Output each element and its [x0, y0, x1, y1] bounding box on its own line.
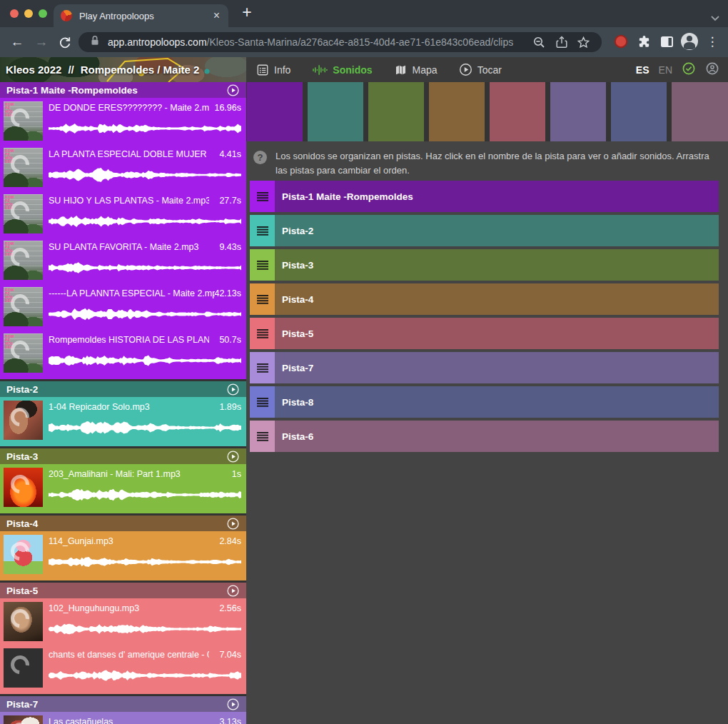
tab-close-icon[interactable]: × [212, 10, 221, 21]
track-play-icon[interactable] [226, 84, 240, 97]
question-icon: ? [253, 151, 267, 164]
track-row-label[interactable]: Pista-6 [275, 421, 719, 452]
track-header[interactable]: Pista-7 [0, 696, 246, 712]
clip[interactable]: 114_Gunjai.mp3 2.84s [0, 531, 246, 578]
app-header: Kleos 2022 // Rompemoldes / Maite 2 Info [0, 57, 728, 82]
clip-waveform[interactable] [49, 550, 241, 573]
track-row-label[interactable]: Pista-2 [275, 215, 719, 246]
clip[interactable]: ROM PE MOL DES Rompemoldes HISTORIA DE L… [0, 330, 246, 376]
track-row-pista-8[interactable]: Pista-8 [250, 386, 719, 418]
close-window-button[interactable] [10, 9, 19, 18]
session-check-icon[interactable] [682, 61, 696, 79]
track-play-icon[interactable] [226, 517, 240, 531]
track-row-pista-2[interactable]: Pista-2 [250, 215, 719, 246]
track-header[interactable]: Pista-4 [0, 516, 246, 531]
extensions-puzzle-icon[interactable] [632, 35, 655, 49]
clip-waveform[interactable] [49, 664, 241, 687]
share-icon[interactable] [550, 35, 572, 49]
account-person-icon[interactable] [705, 61, 719, 79]
track-row-label[interactable]: Pista-8 [275, 386, 719, 418]
drag-handle[interactable] [250, 421, 275, 452]
tab-search-chevron-icon[interactable] [711, 11, 719, 24]
clip-waveform[interactable] [49, 483, 241, 506]
track-row-pista-1[interactable]: Pista-1 Maite -Rompemoldes [250, 181, 719, 212]
clip-waveform[interactable] [49, 164, 241, 186]
browser-tab[interactable]: Play Antropoloops × [54, 4, 228, 27]
drag-handle[interactable] [250, 352, 275, 383]
track-row-label[interactable]: Pista-3 [275, 249, 719, 281]
side-panel-icon[interactable] [655, 36, 678, 48]
clip[interactable]: ROM PE MOL DES ------LA PLANNTA ESPECIAL… [0, 283, 246, 330]
clip[interactable]: Las castañuelas 3.13s [0, 712, 246, 724]
drag-handle[interactable] [250, 249, 275, 281]
clip-waveform[interactable] [49, 349, 241, 372]
lock-icon[interactable] [89, 34, 101, 51]
track-play-icon[interactable] [226, 584, 240, 598]
clip-waveform[interactable] [49, 618, 241, 640]
record-extension-icon[interactable] [610, 34, 632, 49]
url-text[interactable]: app.antropoloops.com/Kleos-Santa-Marina/… [108, 36, 528, 48]
clip-waveform[interactable] [49, 117, 241, 140]
clip[interactable]: ROM PE MOL DES LA PLANTA ESPECIAL DOBLE … [0, 144, 246, 191]
clip[interactable]: chants et danses d' amerique centrale - … [0, 645, 246, 691]
clip[interactable]: 102_Hunguhungu.mp3 2.56s [0, 598, 246, 645]
track-play-icon[interactable] [226, 383, 240, 396]
nav-info[interactable]: Info [256, 64, 290, 76]
clip-waveform[interactable] [49, 303, 241, 326]
browser-menu-icon[interactable]: ⋮ [701, 34, 724, 49]
breadcrumb-project[interactable]: Kleos 2022 [6, 64, 61, 76]
zoom-out-icon[interactable] [528, 36, 550, 49]
clip-waveform[interactable] [49, 416, 241, 439]
track-row-label[interactable]: Pista-7 [275, 352, 719, 383]
track-header[interactable]: Pista-5 [0, 583, 246, 598]
track-header[interactable]: Pista-2 [0, 381, 246, 397]
track-play-icon[interactable] [226, 698, 240, 711]
zoom-window-button[interactable] [39, 9, 47, 18]
lang-en[interactable]: EN [659, 64, 672, 76]
forward-button[interactable]: → [31, 34, 51, 51]
clip[interactable]: 203_Amalihani - Mali: Part 1.mp3 1s [0, 464, 246, 511]
back-button[interactable]: ← [7, 34, 27, 51]
track-play-icon[interactable] [226, 450, 240, 463]
track-row-label[interactable]: Pista-4 [275, 283, 719, 315]
lang-es[interactable]: ES [636, 64, 649, 76]
track-row-pista-5[interactable]: Pista-5 [250, 318, 719, 349]
track-section-pista-4: Pista-4 114_Gunjai.mp3 2.84s [0, 516, 246, 580]
drag-handle[interactable] [250, 283, 275, 315]
loader-ring-icon [6, 403, 33, 430]
loader-ring-icon [6, 605, 33, 631]
track-header[interactable]: Pista-3 [0, 448, 246, 464]
clip-duration: 3.13s [219, 717, 241, 724]
nav-mapa[interactable]: Mapa [394, 64, 438, 76]
track-header-label: Pista-5 [6, 585, 38, 596]
track-row-pista-4[interactable]: Pista-4 [250, 283, 719, 315]
track-header[interactable]: Pista-1 Maite -Rompemoldes [0, 82, 246, 98]
drag-handle[interactable] [250, 386, 275, 418]
track-row-label[interactable]: Pista-1 Maite -Rompemoldes [275, 181, 719, 212]
minimize-window-button[interactable] [24, 9, 33, 18]
nav-tocar[interactable]: Tocar [459, 63, 502, 76]
drag-handle[interactable] [250, 181, 275, 212]
clip[interactable]: ROM PE MOL DES SU PLANTA FAVORITA - Mait… [0, 237, 246, 283]
profile-avatar[interactable] [678, 33, 701, 50]
track-row-pista-3[interactable]: Pista-3 [250, 249, 719, 281]
tab-title: Play Antropoloops [79, 11, 212, 21]
nav-sonidos[interactable]: Sonidos [312, 64, 372, 76]
track-row-pista-7[interactable]: Pista-7 [250, 352, 719, 383]
track-row-label[interactable]: Pista-5 [275, 318, 719, 349]
clip-waveform[interactable] [49, 210, 241, 233]
clip-waveform[interactable] [49, 256, 241, 279]
clip[interactable]: ROM PE MOL DES SU HIJO Y LAS PLANTAS - M… [0, 191, 246, 237]
reload-button[interactable] [57, 35, 71, 52]
new-tab-button[interactable]: + [237, 3, 257, 22]
track-row-pista-6[interactable]: Pista-6 [250, 421, 719, 452]
clip[interactable]: 1-04 Repicador Solo.mp3 1.89s [0, 397, 246, 443]
clip[interactable]: ROM PE MOL DES DE DONDE ERES???????? - M… [0, 98, 246, 144]
drag-handle[interactable] [250, 215, 275, 246]
tab-favicon-icon [61, 10, 72, 21]
loader-ring-icon [6, 538, 33, 564]
drag-handle[interactable] [250, 318, 275, 349]
bookmark-star-icon[interactable] [572, 36, 595, 49]
nav-mapa-label: Mapa [413, 64, 438, 76]
address-bar[interactable]: app.antropoloops.com/Kleos-Santa-Marina/… [79, 32, 602, 52]
